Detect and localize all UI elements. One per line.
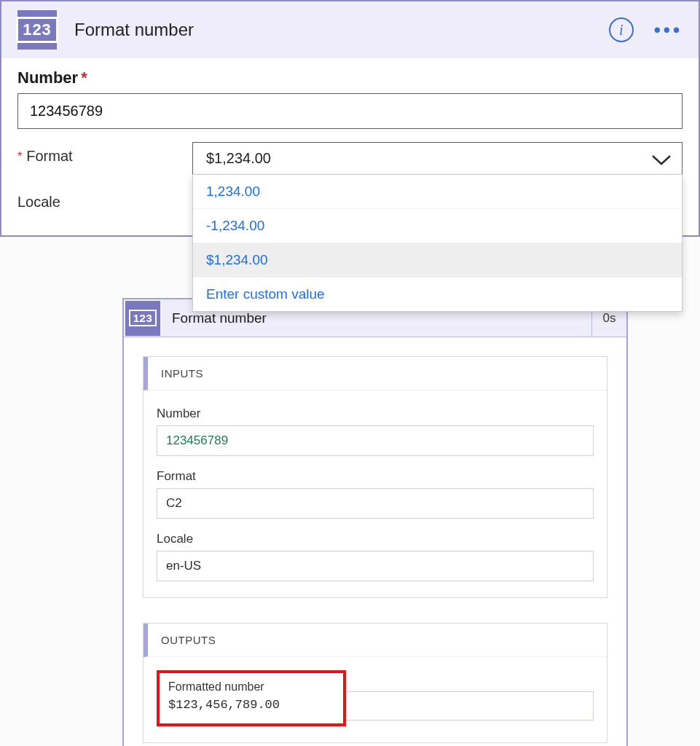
number-icon-text: 123 xyxy=(129,310,157,326)
number-icon: 123 xyxy=(17,10,57,50)
input-format: Format C2 xyxy=(157,469,594,519)
input-locale: Locale en-US xyxy=(157,532,594,581)
formatted-number-highlight: Formatted number $123,456,789.00 xyxy=(157,670,346,726)
input-value: C2 xyxy=(157,488,594,519)
number-label: Number * xyxy=(17,68,683,87)
run-title: Format number xyxy=(162,310,591,326)
format-select[interactable]: $1,234.00 xyxy=(192,142,683,175)
run-body: INPUTS Number 123456789 Format C2 Locale… xyxy=(124,337,626,746)
format-number-designer-card: 123 Format number i ••• Number * * Forma… xyxy=(0,0,700,237)
format-number-run-card: 123 Format number 0s INPUTS Number 12345… xyxy=(122,298,628,746)
outputs-title: OUTPUTS xyxy=(143,624,607,657)
card-header[interactable]: 123 Format number i ••• xyxy=(1,1,699,58)
required-asterisk: * xyxy=(17,150,22,163)
number-icon-text: 123 xyxy=(16,17,58,43)
input-value: 123456789 xyxy=(157,425,594,456)
card-body: Number * * Format $1,234.00 1,234.00 -1,… xyxy=(1,58,699,235)
run-card-wrapper: ✓ 123 Format number 0s INPUTS Number 123… xyxy=(122,298,628,746)
format-option-custom[interactable]: Enter custom value xyxy=(193,278,682,311)
output-label: Formatted number xyxy=(168,680,334,694)
inputs-title: INPUTS xyxy=(143,357,607,390)
format-option[interactable]: -1,234.00 xyxy=(193,209,682,243)
output-value: $123,456,789.00 xyxy=(168,698,334,712)
chevron-down-icon xyxy=(651,153,672,170)
locale-label: Locale xyxy=(17,188,192,211)
input-number: Number 123456789 xyxy=(157,407,594,456)
more-icon[interactable]: ••• xyxy=(654,19,683,42)
info-icon[interactable]: i xyxy=(609,17,634,42)
locale-label-text: Locale xyxy=(17,194,60,211)
card-title: Format number xyxy=(74,20,609,40)
format-option[interactable]: $1,234.00 xyxy=(193,243,682,278)
input-value: en-US xyxy=(157,551,594,581)
input-label: Format xyxy=(157,469,594,484)
number-label-text: Number xyxy=(17,68,78,87)
format-dropdown: 1,234.00 -1,234.00 $1,234.00 Enter custo… xyxy=(192,174,683,312)
format-option[interactable]: 1,234.00 xyxy=(193,175,682,209)
format-label-text: Format xyxy=(26,148,72,165)
format-selected-value: $1,234.00 xyxy=(206,150,271,166)
format-label: * Format xyxy=(17,142,192,165)
inputs-section: INPUTS Number 123456789 Format C2 Locale… xyxy=(143,356,607,598)
input-label: Number xyxy=(157,407,594,421)
number-input[interactable] xyxy=(17,93,683,129)
outputs-section: OUTPUTS Formatted number $123,456,789.00 xyxy=(143,623,607,743)
input-label: Locale xyxy=(157,532,594,546)
required-asterisk: * xyxy=(81,68,87,87)
number-icon: 123 xyxy=(125,301,160,336)
format-row: * Format $1,234.00 1,234.00 -1,234.00 $1… xyxy=(17,142,683,175)
output-value-overflow xyxy=(346,691,594,721)
